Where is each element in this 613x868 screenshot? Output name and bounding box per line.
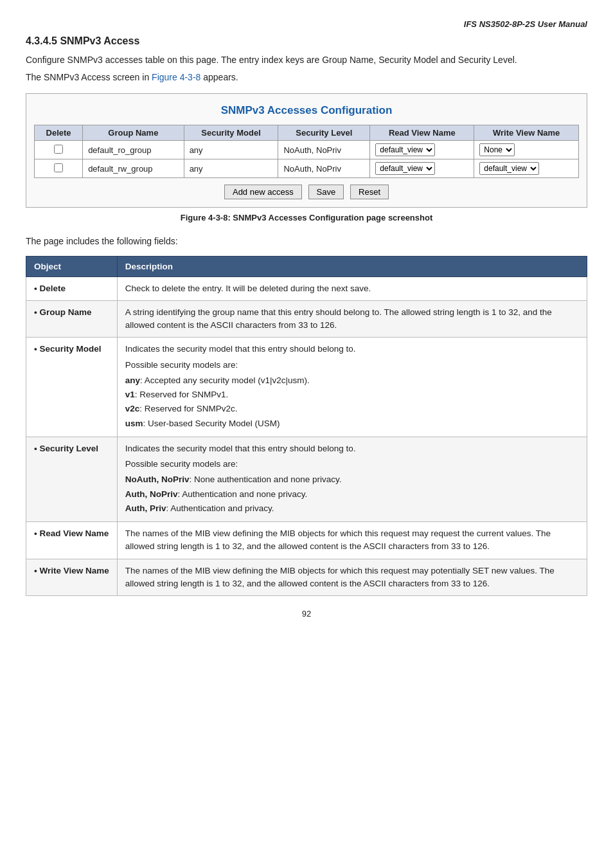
col-object: Object [26, 256, 118, 276]
button-row: Add new access Save Reset [34, 185, 579, 199]
field-object-3: Security Level [26, 437, 118, 521]
figure-link[interactable]: Figure 4-3-8 [152, 72, 200, 82]
read-view-select-1[interactable]: default_view [375, 162, 435, 175]
security-model-cell-0: any [184, 141, 278, 159]
read-view-select-0[interactable]: default_view [375, 143, 435, 156]
security-model-cell-1: any [184, 159, 278, 178]
intro-paragraph-2: The SNMPv3 Access screen in Figure 4-3-8… [26, 71, 587, 84]
field-object-0: Delete [26, 276, 118, 300]
header-right: IFS NS3502-8P-2S User Manual [26, 19, 587, 29]
field-object-1: Group Name [26, 300, 118, 338]
intro-paragraph-1: Configure SNMPv3 accesses table on this … [26, 53, 587, 67]
group-name-cell-0: default_ro_group [83, 141, 184, 159]
col-header-delete: Delete [35, 125, 83, 141]
col-header-security-model: Security Model [184, 125, 278, 141]
add-new-access-button[interactable]: Add new access [224, 185, 302, 199]
config-box-title: SNMPv3 Accesses Configuration [34, 104, 579, 117]
delete-checkbox-1[interactable] [54, 163, 63, 172]
fields-table: Object Description DeleteCheck to delete… [26, 256, 587, 597]
col-header-security-level: Security Level [278, 125, 370, 141]
field-object-2: Security Model [26, 338, 118, 437]
col-description: Description [117, 256, 587, 276]
security-level-cell-0: NoAuth, NoPriv [278, 141, 370, 159]
field-description-0: Check to delete the entry. It will be de… [117, 276, 587, 300]
figure-caption: Figure 4-3-8: SNMPv3 Accesses Configurat… [26, 212, 587, 224]
col-header-group-name: Group Name [83, 125, 184, 141]
field-description-4: The names of the MIB view defining the M… [117, 522, 587, 559]
col-header-read-view: Read View Name [370, 125, 474, 141]
group-name-cell-1: default_rw_group [83, 159, 184, 178]
security-level-cell-1: NoAuth, NoPriv [278, 159, 370, 178]
field-description-3: Indicates the security model that this e… [117, 437, 587, 521]
page-number: 92 [26, 609, 587, 619]
field-object-5: Write View Name [26, 559, 118, 596]
delete-checkbox-0[interactable] [54, 145, 63, 154]
field-description-1: A string identifying the group name that… [117, 300, 587, 338]
config-table: Delete Group Name Security Model Securit… [34, 125, 579, 178]
section-title: 4.3.4.5 SNMPv3 Access [26, 35, 587, 47]
field-description-5: The names of the MIB view defining the M… [117, 559, 587, 596]
config-box: SNMPv3 Accesses Configuration Delete Gro… [26, 93, 587, 208]
reset-button[interactable]: Reset [350, 185, 389, 199]
fields-intro: The page includes the following fields: [26, 235, 587, 248]
write-view-select-0[interactable]: None [479, 143, 515, 156]
save-button[interactable]: Save [308, 185, 344, 199]
field-description-2: Indicates the security model that this e… [117, 338, 587, 437]
field-object-4: Read View Name [26, 522, 118, 559]
write-view-select-1[interactable]: default_view [479, 162, 539, 175]
col-header-write-view: Write View Name [474, 125, 579, 141]
